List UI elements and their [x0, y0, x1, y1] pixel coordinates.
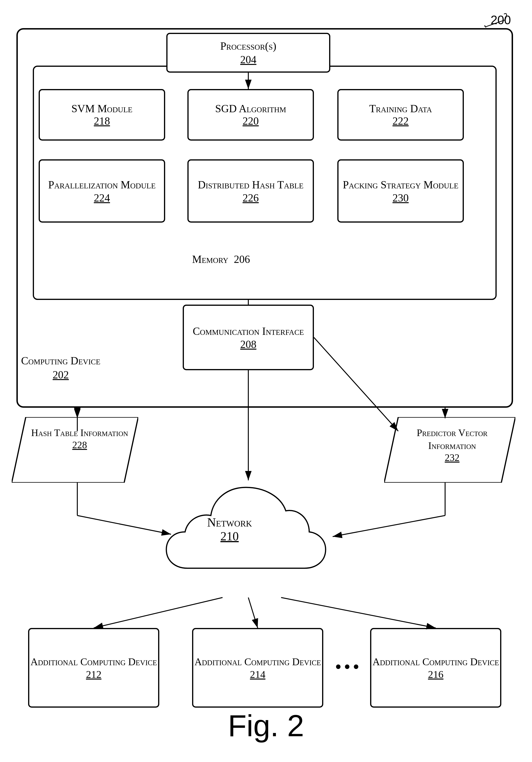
svg-line-15: [94, 597, 223, 628]
arrows-overlay: [0, 0, 532, 762]
svg-line-12: [77, 515, 171, 534]
svg-line-14: [333, 515, 445, 537]
svg-line-16: [248, 597, 258, 628]
svg-line-19: [314, 338, 398, 431]
fig-label: Fig. 2: [228, 708, 304, 743]
svg-line-17: [281, 597, 436, 628]
